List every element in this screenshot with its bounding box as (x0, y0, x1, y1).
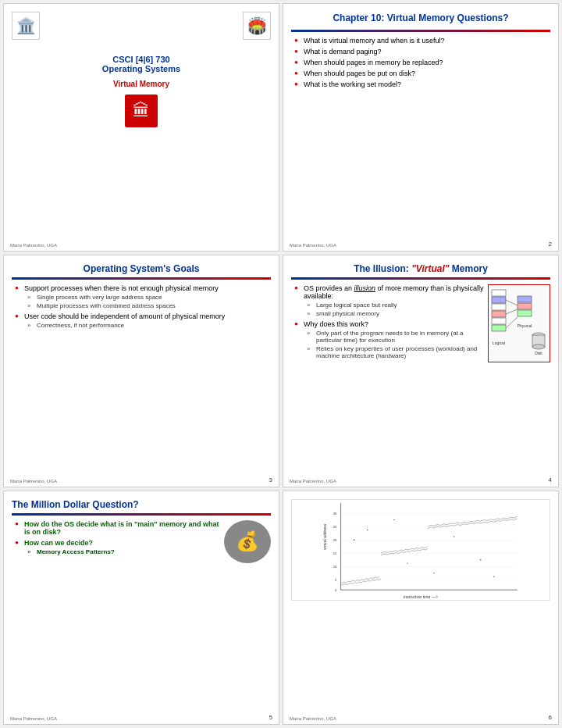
slide1-course-sub: Operating Systems (102, 64, 180, 73)
svg-text:instruction time —>: instruction time —> (404, 594, 438, 599)
slide5-header-bar (12, 513, 271, 516)
slide4-diagram: Logical Physical Disk (488, 284, 550, 362)
slide-2: Chapter 10: Virtual Memory Questions? Wh… (283, 3, 559, 252)
slide-6: virtual address instruction time —> (283, 491, 559, 725)
sub-bullet: Single process with very large address s… (24, 294, 271, 301)
vm-diagram-svg: Logical Physical Disk (490, 288, 549, 359)
slide5-page: 5 (269, 714, 272, 721)
sub-bullet: Relies on key properties of user process… (304, 345, 485, 359)
slide4-footer: Maria Palmerino, UGA (290, 479, 336, 484)
svg-rect-12 (518, 310, 532, 316)
slide6-chart-svg: virtual address instruction time —> (292, 500, 550, 600)
sub-bullet: Memory Access Patterns? (24, 548, 219, 555)
svg-point-28 (354, 539, 354, 540)
slide3-header-bar (12, 277, 271, 280)
svg-point-30 (393, 519, 394, 520)
svg-text:Disk: Disk (535, 351, 542, 355)
slide1-building-icon: 🏛 (125, 95, 158, 127)
svg-rect-0 (492, 290, 506, 296)
svg-text:10: 10 (333, 565, 337, 569)
bullet-item: User code should be independent of amoun… (15, 312, 271, 329)
slide1-icon-left: 🏛️ (12, 12, 40, 40)
slide-5: The Million Dollar Question? How do the … (3, 491, 279, 725)
slide5-footer: Maria Palmerino, UGA (10, 716, 57, 721)
bullet-item: When should pages in memory be replaced? (294, 59, 550, 66)
slide1-icon-right: 🏟️ (243, 12, 271, 40)
slide4-bullets: OS provides an illusion of more memory t… (291, 284, 485, 359)
svg-point-29 (367, 529, 368, 530)
slide3-footer: Maria Palmerino, UGA (10, 479, 57, 484)
svg-point-33 (454, 536, 454, 537)
svg-point-34 (480, 559, 481, 560)
svg-line-7 (506, 300, 518, 305)
sub-bullet: small physical memory (304, 310, 485, 317)
slide5-text: How do the OS decide what is in "main" m… (12, 520, 219, 558)
slide1-course-title: CSCI [4|6] 730 Operating Systems (102, 55, 180, 73)
svg-text:15: 15 (333, 551, 337, 555)
bullet-item: When should pages be put on disk? (294, 70, 550, 77)
svg-line-8 (506, 309, 518, 314)
svg-rect-3 (492, 311, 506, 317)
svg-point-32 (433, 573, 434, 573)
slide5-content: How do the OS decide what is in "main" m… (12, 520, 271, 563)
money-pile-icon: 💰 (224, 520, 271, 563)
slide2-footer: Maria Palmerino, UGA (290, 243, 336, 248)
slide6-page: 6 (549, 714, 552, 721)
slide2-page: 2 (549, 241, 552, 248)
slide4-header-bar (291, 277, 550, 280)
slide2-title: Chapter 10: Virtual Memory Questions? (291, 12, 550, 25)
bullet-item: Support processes when there is not enou… (15, 284, 271, 309)
slide2-header-bar (291, 30, 550, 32)
svg-rect-2 (492, 304, 506, 310)
bullet-item: What is demand paging? (294, 48, 550, 55)
svg-text:20: 20 (333, 538, 337, 542)
slide-1: 🏛️ 🏟️ CSCI [4|6] 730 Operating Systems V… (3, 3, 279, 252)
slide6-footer: Maria Palmerino, UGA (290, 716, 336, 721)
svg-rect-1 (492, 297, 506, 303)
svg-rect-5 (492, 325, 506, 331)
slide1-course-name: CSCI [4|6] 730 (102, 55, 180, 64)
svg-line-9 (506, 317, 518, 328)
slide4-page: 4 (549, 476, 552, 484)
bullet-item: How do the OS decide what is in "main" m… (15, 520, 219, 536)
svg-text:Logical: Logical (493, 341, 505, 345)
svg-text:virtual address: virtual address (322, 523, 327, 550)
slide4-title-pre: The Illusion: (354, 263, 411, 274)
slide2-bullets: What is virtual memory and when is it us… (291, 37, 550, 88)
sub-bullet: Large logical space but really (304, 302, 485, 309)
slide4-content: OS provides an illusion of more memory t… (291, 284, 550, 362)
bullet-item: What is virtual memory and when is it us… (294, 37, 550, 45)
slide4-title: The Illusion: "Virtual" Memory (291, 263, 550, 274)
svg-text:25: 25 (333, 524, 337, 528)
sub-bullet: Correctness, if not performance (24, 322, 271, 329)
slide6-chart: virtual address instruction time —> (291, 499, 550, 601)
bullet-item: How can we decide? Memory Access Pattern… (15, 539, 219, 555)
svg-rect-11 (518, 303, 532, 309)
slide3-page: 3 (269, 476, 272, 484)
svg-text:Physical: Physical (517, 323, 532, 328)
slide5-bullets: How do the OS decide what is in "main" m… (12, 520, 219, 555)
bullet-item: What is the working set model? (294, 80, 550, 88)
slide3-bullets: Support processes when there is not enou… (12, 284, 271, 329)
slide1-footer: Maria Palmerino, UGA (10, 243, 57, 248)
slide3-title: Operating System's Goals (12, 263, 271, 274)
bullet-item: OS provides an illusion of more memory t… (294, 284, 485, 317)
sub-bullet: Multiple processes with combined address… (24, 302, 271, 309)
svg-rect-10 (518, 296, 532, 302)
svg-text:5: 5 (335, 578, 337, 582)
slide4-title-italic: "Virtual" (411, 263, 449, 274)
svg-text:0: 0 (335, 588, 337, 592)
svg-rect-4 (492, 318, 506, 324)
svg-point-16 (532, 344, 545, 349)
slide1-subtitle: Virtual Memory (113, 80, 169, 88)
slide4-text: OS provides an illusion of more memory t… (291, 284, 485, 362)
bullet-item: Why does this work? Only part of the pro… (294, 320, 485, 359)
sub-bullet: Only part of the program needs to be in … (304, 330, 485, 344)
svg-point-31 (407, 562, 407, 563)
slide4-title-post: Memory (449, 263, 487, 274)
slide5-title: The Million Dollar Question? (12, 499, 271, 510)
svg-point-35 (493, 576, 494, 576)
slide-3: Operating System's Goals Support process… (3, 255, 279, 487)
svg-text:30: 30 (333, 511, 337, 515)
slide1-top-row: 🏛️ 🏟️ (12, 12, 271, 40)
